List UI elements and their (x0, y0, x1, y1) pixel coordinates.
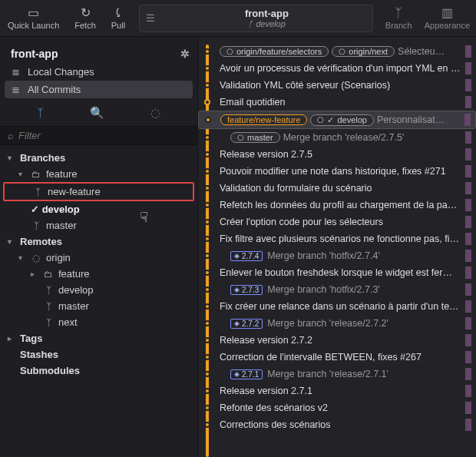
ref-badge[interactable]: origin/next (332, 46, 395, 57)
commit-row[interactable]: Release version 2.7.1 (198, 382, 476, 399)
remotes-section[interactable]: ▾Remotes (0, 233, 197, 250)
filter-box[interactable]: ⌕ (0, 126, 197, 145)
branch-label: Branch (385, 21, 412, 30)
fetch-label: Fetch (74, 21, 96, 30)
commit-marker (465, 148, 471, 161)
commit-marker (465, 182, 471, 194)
ref-badge[interactable]: feature/new-feature (220, 114, 307, 125)
commit-row[interactable]: Refonte des scénarios v2 (198, 399, 476, 416)
graph-dot (204, 286, 210, 293)
commit-message: Personnalisat… (377, 114, 461, 125)
commit-message: Créer l'option code pour les sélecteurs (220, 217, 462, 227)
commit-row[interactable]: Créer l'option code pour les sélecteurs (198, 214, 476, 230)
commit-row[interactable]: Enlever le bouton freshdesk lorsque le w… (198, 264, 476, 281)
fetch-icon: ↻ (81, 7, 91, 19)
pull-icon: ⤹ (113, 7, 123, 19)
commit-row[interactable]: Email quotidien (198, 94, 476, 111)
appearance-button[interactable]: ▥ Appearance (418, 7, 476, 30)
pull-button[interactable]: ⤹ Pull (104, 0, 133, 36)
commit-row[interactable]: Corrections des scénarios (198, 416, 476, 433)
sidebar-icon-tabs: ᛉ 🔍 ◌ (0, 98, 197, 126)
commit-message: Merge branch 'release/2.7.1' (267, 369, 462, 379)
commit-message: Merge branch 'release/2.7.2' (267, 318, 462, 329)
commit-row[interactable]: Correction de l'intervalle BETWEEN, fixe… (198, 349, 476, 366)
branches-section[interactable]: ▾Branches (0, 150, 197, 166)
branch-new-feature[interactable]: ᛉnew-feature (3, 182, 194, 201)
commit-message: Merge branch 'hotfix/2.7.3' (267, 284, 462, 295)
graph-dot (204, 405, 210, 411)
path-branch: ᚶ develop (161, 19, 372, 28)
branch-master[interactable]: ᛉmaster (0, 217, 197, 233)
commit-row[interactable]: 2.7.4Merge branch 'hotfix/2.7.4' (198, 247, 476, 264)
commit-marker (464, 114, 471, 126)
appearance-label: Appearance (425, 21, 470, 30)
ref-badge[interactable]: origin/feature/selectors (220, 46, 329, 57)
graph-dot (204, 253, 210, 259)
graph-dot (204, 371, 210, 377)
commit-marker (465, 368, 471, 380)
commit-row[interactable]: 2.7.3Merge branch 'hotfix/2.7.3' (198, 281, 476, 298)
ref-badge[interactable]: master (230, 132, 280, 143)
commit-row[interactable]: masterMerge branch 'release/2.7.5' (198, 129, 476, 146)
folder-icon: ▭ (28, 7, 39, 19)
filter-input[interactable] (18, 130, 190, 141)
stashes-section[interactable]: ▸Stashes (0, 346, 197, 363)
ref-badge[interactable]: develop (310, 114, 374, 126)
commit-marker (465, 62, 471, 75)
branch-icon: ᛉ (32, 187, 43, 197)
tag-badge[interactable]: 2.7.2 (230, 319, 263, 329)
commit-message: Avoir un processus de vérification d'un … (220, 63, 462, 74)
remote-develop[interactable]: ᛉdevelop (0, 282, 197, 298)
sidebar: front-app ✲ ≣ Local Changes ≣ All Commit… (0, 37, 198, 457)
commit-row[interactable]: 2.7.1Merge branch 'release/2.7.1' (198, 366, 476, 382)
tag-badge[interactable]: 2.7.1 (230, 369, 263, 379)
submodules-section[interactable]: ▸Submodules (0, 363, 197, 379)
remote-origin[interactable]: ▾◌origin (0, 250, 197, 266)
remote-master[interactable]: ᛉmaster (0, 298, 197, 314)
commit-marker (465, 317, 471, 330)
commit-row[interactable]: Avoir un processus de vérification d'un … (198, 60, 476, 77)
folder-icon: 🗀 (43, 269, 54, 280)
commit-row[interactable]: Fix créer une relance dans un scénario à… (198, 298, 476, 315)
local-changes-item[interactable]: ≣ Local Changes (0, 63, 197, 81)
commit-message: Validation du formulaire du scénario (220, 183, 462, 194)
all-commits-item[interactable]: ≣ All Commits (5, 81, 193, 98)
graph-dot (204, 48, 210, 55)
commit-row[interactable]: Pouvoir modifier une note dans historiqu… (198, 163, 476, 180)
tag-badge[interactable]: 2.7.4 (230, 251, 263, 261)
commit-message: Release version 2.7.1 (220, 386, 462, 396)
remote-feature[interactable]: ▸🗀feature (0, 266, 197, 282)
commit-row[interactable]: origin/feature/selectorsorigin/nextSélec… (198, 43, 476, 60)
branch-folder-feature[interactable]: ▾🗀feature (0, 166, 197, 182)
remote-next[interactable]: ᛉnext (0, 314, 197, 330)
menu-icon[interactable]: ☰ (140, 12, 161, 24)
commit-message: Pouvoir modifier une note dans historiqu… (220, 166, 462, 177)
commit-row[interactable]: 2.7.2Merge branch 'release/2.7.2' (198, 315, 476, 332)
commit-marker (465, 199, 471, 211)
commit-marker (465, 79, 471, 91)
commit-message: Merge branch 'hotfix/2.7.4' (267, 250, 462, 261)
branch-tab-icon[interactable]: ᛉ (37, 106, 44, 120)
commit-row[interactable]: Release version 2.7.5 (198, 146, 476, 163)
branch-button[interactable]: ᛉ Branch (379, 7, 418, 30)
commit-message: Email quotidien (220, 97, 462, 108)
quick-launch-button[interactable]: ▭ Quick Launch (0, 0, 67, 36)
gear-icon[interactable]: ✲ (180, 48, 190, 60)
commit-row[interactable]: Refetch les données du profil au chargem… (198, 197, 476, 214)
tags-section[interactable]: ▸Tags (0, 330, 197, 346)
list-icon: ≣ (9, 84, 21, 95)
search-tab-icon[interactable]: 🔍 (90, 106, 104, 120)
commit-row[interactable]: Fix filtre avec plusieurs scénarios ne f… (198, 230, 476, 247)
commit-row[interactable]: Validation YML côté serveur (Scenarios) (198, 77, 476, 94)
commit-list: origin/feature/selectorsorigin/nextSélec… (198, 37, 476, 457)
path-bar[interactable]: ☰ front-app ᚶ develop (139, 5, 373, 32)
commit-row[interactable]: Release version 2.7.2 (198, 332, 476, 349)
fetch-button[interactable]: ↻ Fetch (67, 0, 104, 36)
branch-develop[interactable]: develop (0, 201, 197, 217)
graph-dot (204, 168, 210, 174)
tag-badge[interactable]: 2.7.3 (230, 285, 263, 295)
commit-row[interactable]: Validation du formulaire du scénario (198, 180, 476, 197)
commit-row[interactable]: feature/new-feature developPersonnalisat… (198, 111, 476, 129)
github-tab-icon[interactable]: ◌ (150, 106, 160, 120)
graph-dot (204, 354, 210, 360)
